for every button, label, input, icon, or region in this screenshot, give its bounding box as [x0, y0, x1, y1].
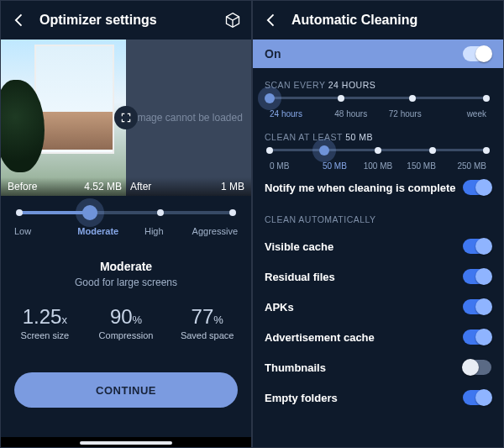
clean-min-slider[interactable]: 0 MB 50 MB 100 MB 150 MB 250 MB	[253, 149, 503, 172]
after-label: After	[130, 181, 151, 192]
before-size: 4.52 MB	[84, 181, 122, 192]
toggle-visible-cache[interactable]	[463, 239, 491, 254]
before-image	[1, 40, 126, 196]
cube-icon[interactable]	[224, 12, 241, 29]
scan-opt-24h[interactable]: 24 hours	[270, 109, 324, 119]
quality-slider[interactable]: Low Moderate High Aggressive	[1, 196, 251, 241]
notify-toggle[interactable]	[463, 180, 491, 195]
scan-opt-48h[interactable]: 48 hours	[324, 109, 379, 119]
continue-button[interactable]: CONTINUE	[14, 372, 238, 408]
auto-header: CLEAN AUTOMATICALLY	[253, 203, 503, 231]
quality-opt-low[interactable]: Low	[14, 226, 71, 236]
min-opt-50[interactable]: 50 MB	[313, 161, 357, 171]
optimizer-screen: Optimizer settings Image cannot be loade…	[0, 0, 252, 448]
quality-heading: Moderate	[1, 260, 251, 273]
quality-sub: Good for large screens	[1, 277, 251, 288]
before-label: Before	[8, 181, 37, 192]
toggle-empty-folders[interactable]	[463, 390, 491, 405]
master-toggle[interactable]	[463, 46, 491, 61]
quality-labels: Low Moderate High Aggressive	[14, 226, 238, 236]
scan-slider[interactable]: 24 hours 48 hours 72 hours week	[253, 97, 503, 120]
item-ad-cache[interactable]: Advertisement cache	[253, 322, 503, 352]
home-indicator[interactable]	[80, 441, 172, 445]
toggle-thumbnails[interactable]	[463, 360, 491, 375]
notify-row[interactable]: Notify me when cleaning is complete	[253, 172, 503, 203]
item-residual-files[interactable]: Residual files	[253, 261, 503, 292]
header: Automatic Cleaning	[253, 1, 503, 40]
item-apks[interactable]: APKs	[253, 292, 503, 322]
compression-value: 90	[110, 305, 133, 328]
scan-opt-week[interactable]: week	[433, 109, 487, 119]
screen-size-unit: x	[61, 314, 67, 326]
scan-header: SCAN EVERY 24 HOURS	[253, 68, 503, 97]
saved-unit: %	[213, 314, 223, 326]
back-icon[interactable]	[11, 12, 28, 29]
after-error-text: Image cannot be loaded	[134, 112, 243, 124]
clean-min-header: CLEAN AT LEAST 50 MB	[253, 120, 503, 149]
expand-icon[interactable]	[114, 106, 138, 129]
quality-opt-moderate[interactable]: Moderate	[71, 226, 127, 236]
page-title: Optimizer settings	[39, 13, 213, 28]
quality-description: Moderate Good for large screens	[1, 260, 251, 288]
screen-size-value: 1.25	[23, 305, 62, 328]
compare-captions: Before 4.52 MB After 1 MB	[1, 177, 251, 196]
after-size: 1 MB	[221, 181, 244, 192]
page-title: Automatic Cleaning	[291, 13, 493, 28]
screen-size-label: Screen size	[4, 330, 86, 340]
item-thumbnails[interactable]: Thumbnails	[253, 352, 503, 382]
saved-value: 77	[192, 305, 214, 328]
min-opt-0[interactable]: 0 MB	[270, 161, 313, 171]
item-visible-cache[interactable]: Visible cache	[253, 231, 503, 261]
quality-opt-aggressive[interactable]: Aggressive	[182, 226, 239, 236]
min-opt-250[interactable]: 250 MB	[443, 161, 486, 171]
compression-label: Compression	[86, 330, 167, 340]
min-opt-100[interactable]: 100 MB	[356, 161, 400, 171]
auto-cleaning-screen: Automatic Cleaning On SCAN EVERY 24 HOUR…	[252, 0, 504, 448]
saved-label: Saved space	[166, 330, 248, 340]
scan-opt-72h[interactable]: 72 hours	[378, 109, 433, 119]
toggle-ad-cache[interactable]	[463, 329, 491, 345]
compression-unit: %	[133, 314, 143, 326]
master-toggle-bar[interactable]: On	[253, 40, 503, 68]
on-label: On	[265, 47, 281, 61]
stats-row: 1.25x Screen size 90% Compression 77% Sa…	[1, 305, 251, 340]
after-image: Image cannot be loaded	[126, 40, 251, 196]
notify-label: Notify me when cleaning is complete	[265, 182, 456, 194]
toggle-apks[interactable]	[463, 299, 491, 314]
header: Optimizer settings	[1, 1, 251, 40]
back-icon[interactable]	[263, 12, 280, 29]
item-empty-folders[interactable]: Empty folders	[253, 382, 503, 413]
toggle-residual-files[interactable]	[463, 269, 491, 284]
before-after-compare[interactable]: Image cannot be loaded Before 4.52 MB Af…	[1, 40, 251, 196]
quality-opt-high[interactable]: High	[126, 226, 182, 236]
auto-list: Visible cache Residual files APKs Advert…	[253, 231, 503, 421]
min-opt-150[interactable]: 150 MB	[400, 161, 444, 171]
